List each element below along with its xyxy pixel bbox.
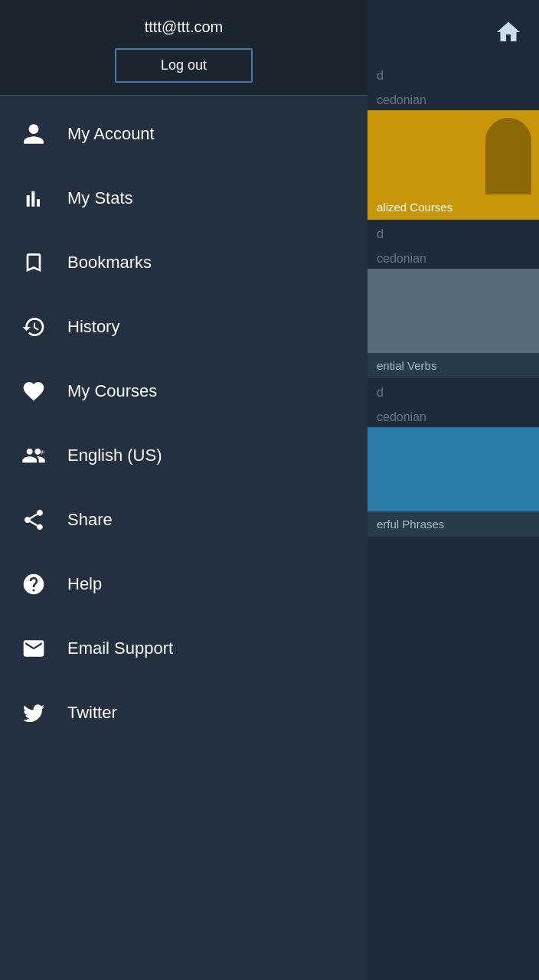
menu-item-twitter[interactable]: Twitter (0, 681, 368, 745)
card-label-1: alized Courses (368, 194, 539, 220)
twitter-icon (18, 697, 49, 728)
menu-item-history[interactable]: History (0, 295, 368, 359)
partial-text-4: cedonian (368, 244, 539, 269)
menu-item-my-account[interactable]: My Account (0, 102, 368, 166)
menu-item-bookmarks[interactable]: Bookmarks (0, 230, 368, 295)
menu-label-history: History (67, 317, 119, 337)
right-panel: d cedonian alized Courses d cedonian ent… (368, 0, 539, 980)
drawer-menu: My Account My Stats Bookmarks History (0, 96, 368, 980)
menu-item-my-courses[interactable]: My Courses (0, 359, 368, 423)
partial-text-3: d (368, 220, 539, 244)
menu-item-email-support[interactable]: Email Support (0, 616, 368, 681)
card-label-2: ential Verbs (368, 353, 539, 378)
menu-label-share: Share (67, 510, 113, 530)
home-icon[interactable] (490, 14, 527, 51)
account-icon (18, 119, 49, 149)
menu-item-help[interactable]: Help (0, 552, 368, 616)
menu-item-english[interactable]: English (US) (0, 423, 368, 488)
logout-button[interactable]: Log out (115, 48, 253, 83)
menu-label-twitter: Twitter (67, 703, 117, 723)
menu-label-my-stats: My Stats (67, 188, 133, 208)
menu-item-share[interactable]: Share (0, 488, 368, 552)
bookmarks-icon (18, 247, 49, 278)
card-image-1 (368, 110, 539, 194)
courses-icon (18, 376, 49, 407)
menu-label-bookmarks: Bookmarks (67, 253, 152, 273)
history-icon (18, 312, 49, 342)
help-icon (18, 569, 49, 599)
partial-text-2: cedonian (368, 86, 539, 110)
card-label-3: erful Phrases (368, 511, 539, 537)
menu-label-my-courses: My Courses (67, 381, 157, 401)
drawer-header: tttt@ttt.com Log out (0, 0, 368, 96)
language-icon (18, 440, 49, 471)
partial-text-1: d (368, 61, 539, 86)
stats-icon (18, 183, 49, 214)
menu-label-email-support: Email Support (67, 639, 173, 658)
card-image-2 (368, 269, 539, 353)
card-image-3 (368, 427, 539, 511)
user-email: tttt@ttt.com (145, 18, 224, 36)
partial-text-5: d (368, 378, 539, 403)
menu-label-my-account: My Account (67, 124, 155, 144)
right-content: d cedonian alized Courses d cedonian ent… (368, 61, 539, 537)
email-icon (18, 633, 49, 664)
menu-label-english: English (US) (67, 446, 162, 466)
drawer: tttt@ttt.com Log out My Account My Stats… (0, 0, 368, 980)
menu-item-my-stats[interactable]: My Stats (0, 166, 368, 230)
svg-point-0 (507, 27, 511, 31)
partial-text-6: cedonian (368, 403, 539, 427)
share-icon (18, 505, 49, 535)
menu-label-help: Help (67, 574, 102, 594)
